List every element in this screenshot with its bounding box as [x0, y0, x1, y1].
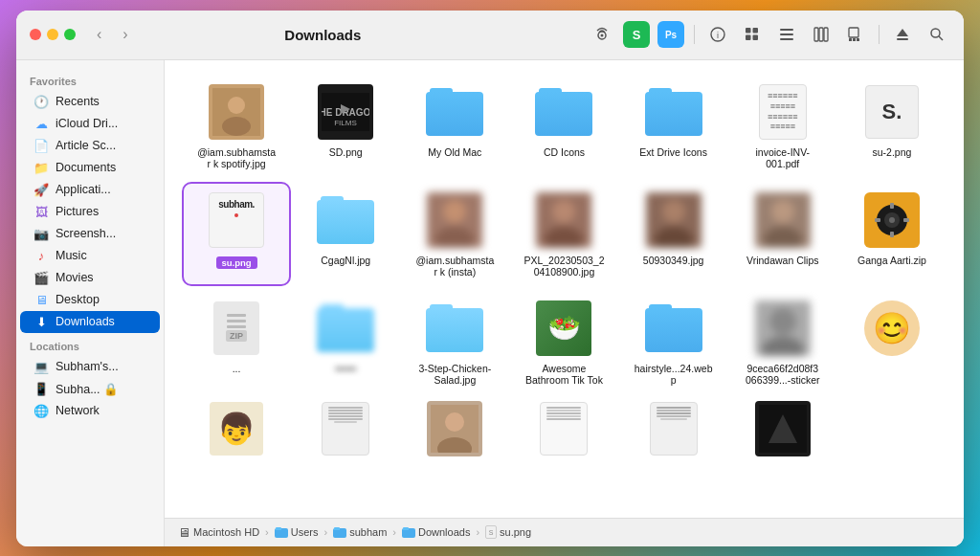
- file-icon: [643, 81, 704, 143]
- svg-rect-10: [780, 38, 793, 40]
- file-item-invoice-pdf[interactable]: ≡≡≡≡≡≡≡≡≡≡≡≡≡≡≡≡≡≡≡≡≡≡ invoice-INV-001.p…: [730, 76, 835, 176]
- file-icon: [752, 406, 813, 452]
- svg-point-43: [889, 217, 895, 223]
- sidebar-item-music[interactable]: ♪ Music: [20, 245, 160, 267]
- file-icon: [752, 189, 813, 251]
- svg-rect-44: [890, 203, 894, 209]
- sidebar-item-icloud[interactable]: ☁ iCloud Dri...: [20, 113, 160, 135]
- svg-point-24: [222, 117, 251, 136]
- svg-line-21: [939, 36, 943, 40]
- info-icon[interactable]: i: [704, 21, 731, 48]
- folder-icon: [275, 527, 288, 538]
- file-item-person5[interactable]: [402, 400, 507, 461]
- sidebar-item-subhams2[interactable]: 📱 Subha... 🔒: [20, 378, 160, 400]
- file-item-su2-png[interactable]: S. su-2.png: [839, 76, 945, 176]
- svg-text:i: i: [717, 31, 719, 40]
- sidebar-item-applications[interactable]: 🚀 Applicati...: [20, 179, 160, 201]
- doc-icon: 📄: [33, 139, 49, 153]
- food-icon: 🥗: [536, 300, 591, 356]
- file-item-doc2[interactable]: [511, 400, 616, 461]
- sidebar-item-downloads[interactable]: ⬇ Downloads: [20, 311, 160, 333]
- breadcrumb-downloads[interactable]: Downloads: [402, 526, 470, 538]
- close-button[interactable]: [30, 29, 41, 40]
- sidebar-item-movies[interactable]: 🎬 Movies: [20, 267, 160, 289]
- breadcrumb-users[interactable]: Users: [275, 526, 319, 538]
- list-view-icon[interactable]: [773, 21, 800, 48]
- svg-rect-46: [875, 218, 880, 222]
- minimize-button[interactable]: [47, 29, 58, 40]
- file-item-su-png[interactable]: subham. su.png: [184, 184, 289, 284]
- statusbar: 🖥 Macintosh HD › Users ›: [165, 518, 964, 546]
- breadcrumb-label: Downloads: [418, 526, 470, 538]
- sidebar-item-screenshots[interactable]: 📷 Screensh...: [20, 223, 160, 245]
- svg-point-49: [769, 308, 796, 335]
- sidebar-item-label: Subham's...: [56, 360, 119, 373]
- sidebar-item-documents[interactable]: 📁 Documents: [20, 157, 160, 179]
- breadcrumb-macintosh-hd[interactable]: 🖥 Macintosh HD: [178, 525, 259, 540]
- file-item-cd-icons[interactable]: CD Icons: [511, 76, 616, 176]
- file-item-doc1[interactable]: [293, 400, 398, 461]
- screenshots-icon: 📷: [33, 227, 49, 241]
- file-icon: [533, 81, 594, 143]
- film-reel-icon: [864, 192, 920, 248]
- file-item-ext-drive[interactable]: Ext Drive Icons: [621, 76, 726, 176]
- columns-view-icon[interactable]: [808, 21, 835, 48]
- file-item-icons-mac[interactable]: 3-Step-Chicken-Salad.jpg: [402, 292, 507, 392]
- breadcrumb-label: Macintosh HD: [193, 526, 259, 538]
- cartoon-icon: 😊: [864, 300, 920, 356]
- file-item-sd-png[interactable]: THE DRAGON FILMS SD.png: [293, 76, 398, 176]
- clock-icon: 🕐: [33, 95, 49, 109]
- content-area: Favorites 🕐 Recents ☁ iCloud Dri... 📄 Ar…: [16, 60, 964, 546]
- file-name: invoice-INV-001.pdf: [742, 146, 823, 170]
- file-item-iam-insta[interactable]: PXL_20230503_2 04108900.jpg: [511, 184, 616, 284]
- file-item-503-jpg[interactable]: Vrindawan Clips: [730, 184, 835, 284]
- file-item-hairstyle[interactable]: 9ceca66f2d08f3 066399...-sticker: [730, 292, 835, 392]
- file-item-cgagnl[interactable]: @iam.subhamstar k (insta): [402, 184, 507, 284]
- file-item-doc3[interactable]: [621, 400, 726, 461]
- sidebar-item-subhams1[interactable]: 💻 Subham's...: [20, 356, 160, 378]
- sidebar-item-label: Movies: [56, 271, 94, 284]
- sidebar-item-recents[interactable]: 🕐 Recents: [20, 91, 160, 113]
- file-item-awesome-tik[interactable]: hairstyle...24.webp: [621, 292, 726, 392]
- grid-view-icon[interactable]: [739, 21, 766, 48]
- file-item-9ceca[interactable]: 😊: [839, 292, 945, 392]
- file-icon: [643, 189, 704, 251]
- file-item-pxl-jpg[interactable]: 50930349.jpg: [621, 184, 726, 284]
- file-name: su-2.png: [872, 146, 911, 159]
- spotify-badge[interactable]: S: [623, 21, 650, 48]
- svg-text:FILMS: FILMS: [334, 119, 357, 127]
- network-icon: 🌐: [33, 404, 49, 418]
- file-item-blurred-folder[interactable]: ••••••: [293, 292, 398, 392]
- file-item-cartoon2[interactable]: 👦: [184, 400, 289, 461]
- titlebar: ‹ › Downloads S Ps i: [16, 11, 964, 60]
- sidebar-item-network[interactable]: 🌐 Network: [20, 400, 160, 422]
- sidebar-item-pictures[interactable]: 🖼 Pictures: [20, 201, 160, 223]
- file-item-dark-img[interactable]: [730, 400, 835, 461]
- sidebar-item-desktop[interactable]: 🖥 Desktop: [20, 289, 160, 311]
- svg-rect-8: [780, 29, 793, 31]
- gallery-view-icon[interactable]: [842, 21, 869, 48]
- sidebar-item-article[interactable]: 📄 Article Sc...: [20, 135, 160, 157]
- breadcrumb-su-png[interactable]: S su.png: [485, 525, 531, 539]
- photoshop-badge[interactable]: Ps: [657, 21, 684, 48]
- eject-icon[interactable]: [889, 21, 916, 48]
- breadcrumb-subham[interactable]: subham: [333, 526, 387, 538]
- file-icon: S.: [861, 81, 923, 143]
- airdrop-icon[interactable]: [589, 21, 615, 48]
- file-item-ganga-zip[interactable]: ZIP ...: [184, 292, 289, 392]
- file-item-chicken-salad[interactable]: 🥗 Awesome Bathroom Tik Tok: [511, 292, 616, 392]
- file-item-sandisk-icons[interactable]: CgagNl.jpg: [293, 184, 398, 284]
- svg-point-52: [445, 412, 464, 432]
- svg-rect-6: [746, 35, 751, 41]
- search-icon[interactable]: [924, 21, 950, 48]
- svg-rect-14: [849, 28, 858, 37]
- file-name: Ganga Aarti.zip: [858, 255, 926, 267]
- file-item-vrindawan[interactable]: Ganga Aarti.zip: [839, 184, 945, 284]
- svg-rect-12: [819, 28, 823, 41]
- movies-icon: 🎬: [33, 271, 49, 285]
- file-item-spotify-jpg[interactable]: @iam.subhamstar k spotify.jpg: [184, 76, 289, 176]
- svg-rect-45: [890, 232, 894, 237]
- file-item-old-mac[interactable]: My Old Mac: [402, 76, 507, 176]
- file-name: ••••••: [335, 363, 356, 375]
- hdd-icon: 🖥: [178, 525, 190, 540]
